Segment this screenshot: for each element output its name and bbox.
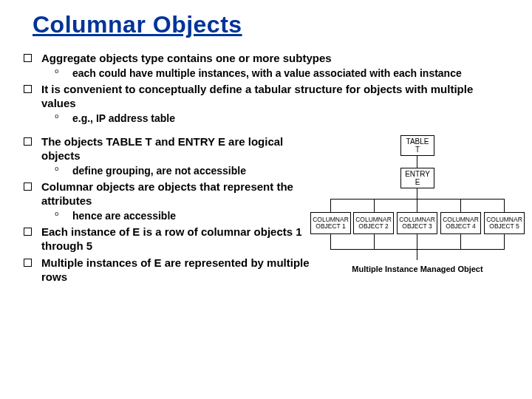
bullet: Columnar objects are objects that repres… [22, 180, 318, 222]
box-label: TABLE T [402, 137, 433, 154]
connector-line [330, 234, 331, 249]
left-column: The objects TABLE T and ENTRY E are logi… [22, 135, 318, 287]
bullet: It is convenient to conceptually define … [22, 83, 510, 125]
connector-line [417, 199, 417, 212]
connector-line [417, 234, 417, 249]
diagram-box-col1: COLUMNAR OBJECT 1 [310, 212, 351, 234]
connector-line [374, 199, 375, 212]
diagram-box-col2: COLUMNAR OBJECT 2 [353, 212, 394, 234]
connector-line [330, 249, 505, 250]
diagram-box-entry: ENTRY E [400, 168, 434, 188]
diagram-box-table: TABLE T [400, 135, 434, 156]
left-bullets: The objects TABLE T and ENTRY E are logi… [22, 135, 318, 284]
bullet: Each instance of E is a row of columnar … [22, 225, 318, 253]
sub-bullet: each could have multiple instances, with… [41, 67, 510, 81]
top-bullets: Aggregate objects type contains one or m… [22, 52, 510, 125]
connector-line [460, 199, 461, 212]
sub-bullets: e.g., IP address table [41, 112, 510, 126]
sub-bullet: hence are accessible [41, 210, 318, 223]
connector-line [417, 188, 417, 199]
page-title: Columnar Objects [33, 11, 510, 38]
sub-bullet: e.g., IP address table [41, 112, 510, 126]
slide: Columnar Objects Aggregate objects type … [0, 0, 532, 399]
sub-bullet: define grouping, are not accessible [41, 165, 318, 178]
connector-line [504, 234, 505, 249]
diagram-box-col3: COLUMNAR OBJECT 3 [397, 212, 437, 234]
bullet: Multiple instances of E are represented … [22, 256, 318, 284]
diagram-box-col5: COLUMNAR OBJECT 5 [484, 212, 525, 234]
diagram-caption: Multiple Instance Managed Object [336, 265, 499, 273]
bullet-text: It is convenient to conceptually define … [41, 83, 473, 109]
sub-bullets: each could have multiple instances, with… [41, 67, 510, 81]
connector-line [330, 199, 331, 212]
bullet-text: Each instance of E is a row of columnar … [41, 225, 302, 252]
connector-line [504, 199, 505, 212]
connector-line [417, 249, 417, 260]
connector-line [330, 199, 505, 200]
bullet-text: The objects TABLE T and ENTRY E are logi… [41, 135, 283, 162]
right-column: TABLE T ENTRY E COLUMNAR O [318, 135, 510, 287]
bullet-text: Aggregate objects type contains one or m… [41, 52, 332, 64]
sub-bullets: hence are accessible [41, 210, 318, 223]
bullet: Aggregate objects type contains one or m… [22, 52, 510, 80]
sub-bullets: define grouping, are not accessible [41, 165, 318, 178]
connector-line [374, 234, 375, 249]
bullet-text: Columnar objects are objects that repres… [41, 180, 293, 207]
connector-line [417, 156, 417, 168]
bullet: The objects TABLE T and ENTRY E are logi… [22, 135, 318, 177]
diagram: TABLE T ENTRY E COLUMNAR O [310, 135, 525, 290]
connector-line [460, 234, 461, 249]
diagram-box-col4: COLUMNAR OBJECT 4 [440, 212, 481, 234]
box-label: ENTRY E [402, 170, 433, 186]
lower-section: The objects TABLE T and ENTRY E are logi… [22, 135, 510, 287]
bullet-text: Multiple instances of E are represented … [41, 256, 310, 283]
